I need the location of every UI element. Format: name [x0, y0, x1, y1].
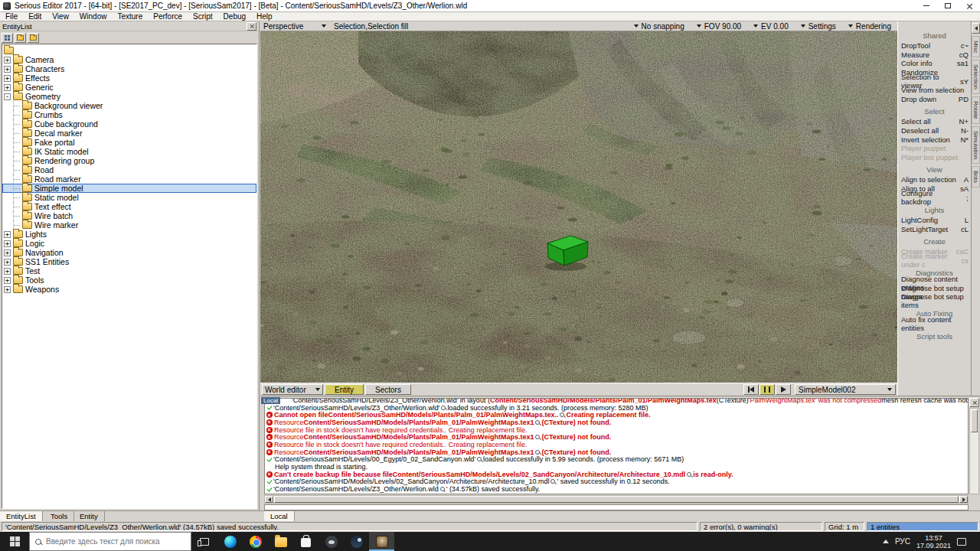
scrollbar-thumb[interactable] — [971, 409, 978, 432]
toolbar-settings[interactable]: Settings — [795, 21, 842, 31]
command-droptool[interactable]: DropToolc~ — [898, 41, 971, 51]
tree-item-geometry[interactable]: -Geometry — [2, 92, 256, 101]
tree-item-lights[interactable]: +Lights — [2, 230, 256, 239]
command-selection-to-viewer[interactable]: Selection to viewersY — [898, 77, 971, 86]
taskbar-app-edge[interactable] — [217, 532, 243, 551]
tree-item-effects[interactable]: +Effects — [2, 73, 256, 83]
command-select-all[interactable]: Select allN+ — [898, 117, 971, 126]
tree-item-cube-background[interactable]: Cube background — [2, 119, 256, 129]
tree-item-navigation[interactable]: +Navigation — [2, 248, 256, 257]
menu-texture[interactable]: Texture — [112, 12, 148, 21]
expander-icon[interactable]: - — [4, 93, 11, 100]
command-align-to-selection[interactable]: Align to selectionA — [898, 175, 971, 184]
expander-icon[interactable]: + — [4, 286, 11, 293]
notification-center-icon[interactable] — [957, 538, 966, 546]
command-setlighttarget[interactable]: SetLightTargetcL — [898, 225, 971, 234]
pause-button[interactable] — [760, 384, 775, 395]
menu-edit[interactable]: Edit — [23, 12, 47, 21]
tree-item-wire-batch[interactable]: Wire batch — [2, 211, 256, 220]
tree-item-test[interactable]: +Test — [2, 266, 256, 276]
expander-icon[interactable]: + — [4, 66, 11, 73]
tree-item-weapons[interactable]: +Weapons — [2, 285, 256, 294]
tree-item-crumbs[interactable]: Crumbs — [2, 110, 256, 119]
tab-entity[interactable]: Entity — [325, 384, 364, 395]
tree-item-generic[interactable]: +Generic — [2, 83, 256, 92]
tree-item-logic[interactable]: +Logic — [2, 239, 256, 248]
command-drop-down[interactable]: Drop downPD — [898, 95, 971, 104]
taskbar-app-steam[interactable] — [344, 532, 369, 551]
dock-tab-entity[interactable]: Entity — [74, 511, 105, 521]
tree-item-tools[interactable]: +Tools — [2, 276, 256, 285]
command-lightconfig[interactable]: LightConfigL — [898, 216, 971, 225]
log-vertical-scrollbar[interactable] — [969, 408, 979, 494]
expander-icon[interactable]: + — [4, 249, 11, 256]
menu-view[interactable]: View — [47, 12, 74, 21]
taskbar-app-chrome[interactable] — [243, 532, 268, 551]
taskbar-search[interactable] — [29, 532, 191, 551]
tree-item-characters[interactable]: +Characters — [2, 64, 256, 73]
dock-tab-tools[interactable]: Tools — [44, 511, 74, 521]
command-auto-fix-content-entities[interactable]: Auto fix content entities — [898, 319, 971, 328]
entity-list-close-button[interactable] — [247, 22, 256, 31]
log-close-button[interactable] — [969, 398, 979, 407]
tray-expand-icon[interactable] — [883, 540, 889, 543]
scroll-left-button[interactable] — [265, 496, 273, 503]
scroll-right-button[interactable] — [959, 496, 968, 503]
dock-tab-entitylist[interactable]: EntityList — [0, 511, 43, 521]
minimize-button[interactable] — [916, 0, 937, 11]
play-button[interactable] — [776, 384, 791, 395]
entity-tree[interactable]: +Camera+Characters+Effects+Generic-Geome… — [2, 44, 257, 509]
task-view-button[interactable] — [191, 532, 217, 551]
menu-debug[interactable]: Debug — [218, 12, 251, 21]
expander-icon[interactable]: + — [4, 57, 11, 64]
command-deselect-all[interactable]: Deselect allN- — [898, 126, 971, 135]
expander-icon[interactable]: + — [4, 259, 11, 266]
menu-help[interactable]: Help — [251, 12, 278, 21]
tree-item-decal-marker[interactable]: Decal marker — [2, 129, 256, 138]
menu-file[interactable]: File — [0, 12, 23, 21]
sync-folder-button[interactable] — [15, 33, 26, 43]
expander-icon[interactable]: + — [4, 268, 11, 275]
tab-sectors[interactable]: Sectors — [365, 384, 411, 395]
command-diagnose-bot-setup-items[interactable]: Diagnose bot setup items — [898, 296, 971, 305]
selected-entity-combo[interactable]: SimpleModel002 — [795, 384, 896, 395]
tree-item-rendering-group[interactable]: Rendering group — [2, 156, 256, 165]
tree-item-road[interactable]: Road — [2, 165, 256, 174]
side-tab-misc[interactable]: Misc — [972, 36, 980, 57]
expander-icon[interactable]: + — [4, 84, 11, 91]
taskbar-clock[interactable]: 13:57 17.09.2021 — [916, 534, 951, 549]
step-back-button[interactable] — [743, 384, 759, 395]
tree-item-camera[interactable]: +Camera — [2, 55, 256, 64]
menu-script[interactable]: Script — [188, 12, 218, 21]
search-input[interactable] — [46, 537, 185, 546]
language-indicator[interactable]: РУС — [895, 537, 910, 546]
toolbar-fov-90-00[interactable]: FOV 90.00 — [691, 21, 747, 31]
scrollbar-thumb[interactable] — [274, 496, 959, 503]
command-view-from-selection[interactable]: View from selection — [898, 86, 971, 95]
toolbar-ev-0-00[interactable]: EV 0.00 — [747, 21, 795, 31]
tree-item-item[interactable] — [2, 46, 256, 55]
menu-window[interactable]: Window — [74, 12, 113, 21]
new-folder-button[interactable] — [28, 33, 39, 43]
list-view-button[interactable] — [2, 33, 13, 43]
tree-item-road-marker[interactable]: Road marker — [2, 174, 256, 184]
dock-tab-local[interactable]: Local — [264, 511, 295, 521]
menu-perforce[interactable]: Perforce — [148, 12, 188, 21]
tree-item-ss1-entities[interactable]: +SS1 Entities — [2, 257, 256, 266]
command-color-info[interactable]: Color infosa1 — [898, 59, 971, 68]
taskbar-app-file-explorer[interactable] — [268, 532, 293, 551]
tree-item-text-effect[interactable]: Text effect — [2, 202, 256, 211]
tree-item-wire-marker[interactable]: Wire marker — [2, 220, 256, 230]
command-measure[interactable]: MeasurecQ — [898, 51, 971, 60]
expander-icon[interactable]: + — [4, 231, 11, 238]
tree-item-simple-model[interactable]: Simple model — [2, 184, 256, 193]
toolbar-no-snapping[interactable]: No snapping — [628, 21, 691, 31]
log-horizontal-scrollbar[interactable] — [264, 495, 969, 504]
log-command-line[interactable] — [264, 504, 969, 510]
log-output[interactable]: 'Content/SeriousSamHD/Levels/Z3_Other/We… — [264, 398, 969, 494]
view-mode-combo[interactable]: Perspective — [260, 21, 329, 31]
editor-mode-combo[interactable]: World editor — [262, 384, 323, 395]
side-tab-simulation[interactable]: Simulation — [972, 126, 980, 164]
tree-item-fake-portal[interactable]: Fake portal — [2, 138, 256, 147]
tree-item-ik-static-model[interactable]: IK Static model — [2, 147, 256, 156]
